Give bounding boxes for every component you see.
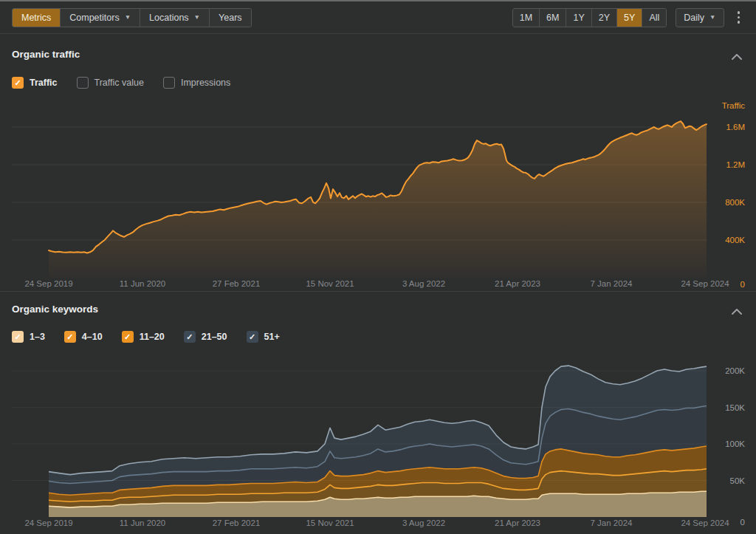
tab-locations-label: Locations	[149, 13, 189, 23]
interval-dropdown[interactable]: Daily ▼	[676, 8, 724, 27]
x-tick-label: 27 Feb 2021	[213, 518, 261, 527]
tab-locations[interactable]: Locations▼	[140, 9, 209, 27]
y-tick-label: 100K	[725, 439, 745, 448]
x-tick-label: 24 Sep 2024	[681, 518, 729, 527]
traffic-value-checkbox[interactable]	[77, 77, 89, 89]
keywords-21-50-checkbox[interactable]: ✓	[184, 331, 196, 343]
range-2y-label: 2Y	[599, 13, 610, 23]
keywords-51plus-label: 51+	[264, 332, 280, 342]
keywords-1-3-checkbox[interactable]: ✓	[12, 331, 24, 343]
x-tick-label: 3 Aug 2022	[402, 518, 445, 527]
tab-competitors-label: Competitors	[69, 13, 119, 23]
y-tick-label: 200K	[725, 366, 745, 375]
x-tick-label: 24 Sep 2019	[24, 279, 72, 288]
x-tick-label: 15 Nov 2021	[306, 518, 354, 527]
organic-traffic-title: Organic traffic	[12, 49, 80, 60]
tab-years-label: Years	[219, 13, 242, 23]
organic-keywords-legend: ✓ 1–3 ✓ 4–10 ✓ 11–20 ✓ 21–50 ✓ 51+	[12, 331, 299, 343]
traffic-checkbox-label: Traffic	[30, 78, 58, 88]
section-divider	[0, 291, 756, 292]
interval-dropdown-label: Daily	[684, 13, 704, 23]
range-6m-label: 6M	[546, 13, 559, 23]
date-range-group: 1M 6M 1Y 2Y 5Y All	[512, 8, 667, 27]
range-all-button[interactable]: All	[642, 9, 666, 27]
collapse-organic-traffic-chevron-up-icon[interactable]	[731, 50, 746, 61]
tab-metrics[interactable]: Metrics	[13, 9, 60, 27]
chevron-down-icon: ▼	[709, 14, 715, 21]
x-tick-label: 24 Sep 2019	[24, 518, 72, 527]
organic-keywords-title: Organic keywords	[12, 304, 98, 315]
y-zero-label: 0	[740, 280, 745, 289]
y-tick-label: 1.2M	[726, 160, 745, 169]
legend-item-11-20[interactable]: ✓ 11–20	[122, 331, 165, 343]
range-1m-button[interactable]: 1M	[513, 9, 539, 27]
x-tick-label: 24 Sep 2024	[681, 279, 729, 288]
collapse-organic-keywords-chevron-up-icon[interactable]	[731, 305, 746, 315]
keywords-4-10-checkbox[interactable]: ✓	[64, 331, 76, 343]
y-zero-label: 0	[740, 518, 745, 527]
legend-item-1-3[interactable]: ✓ 1–3	[12, 331, 45, 343]
organic-keywords-chart[interactable]: 50K100K150K200K024 Sep 201911 Jun 202027…	[0, 350, 756, 534]
x-tick-label: 27 Feb 2021	[213, 279, 261, 288]
impressions-checkbox[interactable]	[163, 77, 175, 89]
y-tick-label: 50K	[730, 476, 746, 485]
legend-item-traffic[interactable]: ✓ Traffic	[12, 77, 58, 89]
traffic-value-checkbox-label: Traffic value	[94, 78, 144, 88]
y-axis-title: Traffic	[722, 101, 746, 110]
y-tick-label: 800K	[725, 198, 745, 207]
traffic-checkbox[interactable]: ✓	[12, 77, 24, 89]
more-options-kebab-icon[interactable]	[733, 8, 745, 27]
organic-traffic-chart[interactable]: 400K800K1.2M1.6M0Traffic24 Sep 201911 Ju…	[0, 97, 756, 294]
x-tick-label: 11 Jun 2020	[120, 279, 165, 288]
organic-traffic-legend: ✓ Traffic Traffic value Impressions	[12, 77, 250, 89]
keywords-11-20-label: 11–20	[140, 332, 165, 342]
x-tick-label: 11 Jun 2020	[120, 518, 165, 527]
legend-item-traffic-value[interactable]: Traffic value	[77, 77, 144, 89]
range-2y-button[interactable]: 2Y	[591, 9, 616, 27]
x-tick-label: 15 Nov 2021	[306, 279, 354, 288]
y-tick-label: 150K	[725, 403, 745, 412]
chevron-down-icon: ▼	[125, 14, 131, 21]
y-tick-label: 400K	[725, 236, 745, 244]
x-tick-label: 3 Aug 2022	[402, 279, 445, 288]
analytics-dashboard: { "colors":{"background":"#2d2e2e","acce…	[0, 0, 756, 534]
chevron-down-icon: ▼	[194, 14, 200, 21]
legend-item-impressions[interactable]: Impressions	[163, 77, 230, 89]
legend-item-21-50[interactable]: ✓ 21–50	[184, 331, 227, 343]
range-1y-label: 1Y	[573, 13, 584, 23]
view-tabs-group: Metrics Competitors▼ Locations▼ Years	[12, 8, 252, 27]
toolbar: Metrics Competitors▼ Locations▼ Years 1M…	[0, 1, 756, 34]
tab-metrics-label: Metrics	[21, 13, 51, 23]
x-tick-label: 21 Apr 2023	[495, 279, 540, 288]
tab-years[interactable]: Years	[209, 9, 251, 27]
range-1m-label: 1M	[520, 13, 532, 23]
keywords-1-3-label: 1–3	[30, 332, 45, 342]
range-5y-button[interactable]: 5Y	[616, 9, 642, 27]
range-6m-button[interactable]: 6M	[539, 9, 566, 27]
impressions-checkbox-label: Impressions	[181, 78, 230, 88]
keywords-21-50-label: 21–50	[202, 332, 227, 342]
toolbar-right: 1M 6M 1Y 2Y 5Y All Daily ▼	[512, 8, 744, 27]
x-tick-label: 7 Jan 2024	[591, 518, 633, 527]
y-tick-label: 1.6M	[726, 123, 745, 131]
range-5y-label: 5Y	[624, 13, 635, 23]
range-all-label: All	[649, 13, 659, 23]
x-tick-label: 21 Apr 2023	[495, 518, 540, 527]
keywords-4-10-label: 4–10	[82, 332, 103, 342]
legend-item-51plus[interactable]: ✓ 51+	[247, 331, 280, 343]
tab-competitors[interactable]: Competitors▼	[60, 9, 140, 27]
x-tick-label: 7 Jan 2024	[591, 279, 633, 288]
keywords-51plus-checkbox[interactable]: ✓	[247, 331, 258, 343]
legend-item-4-10[interactable]: ✓ 4–10	[64, 331, 103, 343]
keywords-11-20-checkbox[interactable]: ✓	[122, 331, 134, 343]
range-1y-button[interactable]: 1Y	[566, 9, 591, 27]
